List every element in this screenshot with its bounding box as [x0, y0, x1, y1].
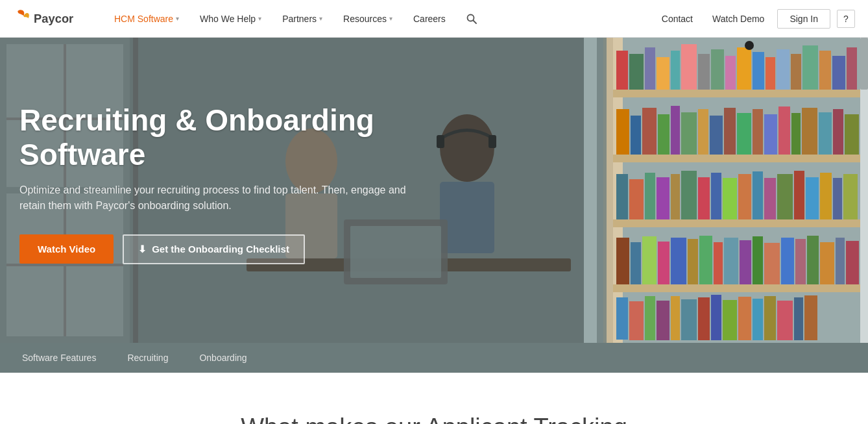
signin-button[interactable]: Sign In — [777, 9, 830, 29]
svg-rect-92 — [764, 243, 780, 284]
svg-rect-70 — [711, 173, 721, 219]
svg-rect-64 — [629, 179, 644, 219]
svg-rect-36 — [737, 47, 751, 90]
get-checklist-button[interactable]: ⬇ Get the Onboarding Checklist — [123, 234, 305, 264]
svg-text:Paycor: Paycor — [34, 12, 73, 25]
svg-rect-65 — [645, 173, 655, 219]
svg-rect-100 — [629, 301, 644, 340]
svg-rect-39 — [777, 49, 790, 90]
svg-rect-30 — [657, 57, 669, 90]
svg-rect-102 — [657, 301, 669, 340]
svg-rect-61 — [833, 109, 843, 155]
sub-nav-software-features[interactable]: Software Features — [19, 343, 99, 373]
download-icon: ⬇ — [138, 243, 147, 255]
svg-rect-29 — [645, 47, 655, 90]
svg-rect-82 — [631, 242, 641, 284]
svg-rect-60 — [819, 112, 832, 155]
watch-demo-link[interactable]: Watch Demo — [706, 14, 771, 24]
svg-rect-83 — [642, 236, 657, 284]
navbar: Paycor HCM Software ▾ Who We Help ▾ Part… — [0, 0, 868, 38]
svg-rect-73 — [753, 171, 763, 219]
svg-rect-88 — [714, 242, 723, 284]
svg-rect-26 — [613, 284, 868, 292]
hero-title: Recruiting & Onboarding Software — [19, 103, 435, 172]
svg-rect-45 — [616, 109, 629, 155]
svg-rect-84 — [658, 242, 669, 284]
scrollbar-thumb[interactable] — [860, 38, 868, 90]
svg-rect-38 — [766, 57, 775, 90]
svg-rect-51 — [698, 109, 708, 155]
svg-rect-54 — [737, 113, 751, 155]
svg-rect-27 — [616, 51, 628, 90]
sub-nav-recruiting[interactable]: Recruiting — [125, 343, 171, 373]
svg-rect-24 — [613, 155, 868, 162]
svg-rect-105 — [698, 297, 710, 340]
svg-rect-57 — [778, 106, 790, 155]
watch-video-button[interactable]: Watch Video — [19, 234, 114, 264]
chevron-down-icon: ▾ — [389, 15, 392, 22]
svg-rect-56 — [764, 114, 777, 155]
svg-rect-109 — [753, 299, 763, 340]
navbar-right: Contact Watch Demo Sign In ? — [655, 9, 855, 29]
svg-rect-53 — [724, 108, 736, 155]
svg-rect-41 — [802, 45, 818, 90]
svg-rect-32 — [681, 44, 697, 90]
svg-rect-67 — [671, 174, 680, 219]
svg-rect-99 — [616, 297, 628, 340]
svg-rect-76 — [794, 171, 804, 219]
svg-rect-91 — [753, 236, 763, 284]
svg-rect-44 — [847, 47, 857, 90]
svg-rect-62 — [845, 114, 859, 155]
svg-rect-101 — [645, 296, 655, 340]
svg-rect-69 — [698, 177, 710, 219]
svg-rect-34 — [711, 49, 724, 90]
nav-links: HCM Software ▾ Who We Help ▾ Partners ▾ … — [104, 0, 655, 38]
svg-rect-87 — [699, 236, 712, 284]
svg-rect-107 — [723, 300, 737, 340]
nav-item-hcm-software[interactable]: HCM Software ▾ — [104, 0, 189, 38]
svg-rect-104 — [681, 299, 697, 340]
svg-rect-95 — [807, 236, 819, 284]
svg-rect-66 — [657, 177, 669, 219]
help-button[interactable]: ? — [837, 10, 855, 28]
svg-rect-59 — [802, 108, 817, 155]
svg-rect-40 — [791, 54, 801, 90]
svg-rect-89 — [724, 238, 738, 284]
svg-rect-49 — [671, 106, 680, 155]
svg-rect-28 — [629, 54, 644, 90]
nav-item-resources[interactable]: Resources ▾ — [333, 0, 403, 38]
sub-nav-onboarding[interactable]: Onboarding — [197, 343, 249, 373]
nav-item-careers[interactable]: Careers — [403, 0, 456, 38]
chevron-down-icon: ▾ — [319, 15, 322, 22]
nav-item-partners[interactable]: Partners ▾ — [272, 0, 333, 38]
svg-rect-80 — [843, 174, 858, 219]
svg-rect-108 — [738, 297, 751, 340]
contact-link[interactable]: Contact — [655, 14, 699, 24]
svg-rect-46 — [631, 116, 641, 155]
search-icon[interactable] — [456, 0, 487, 38]
svg-rect-74 — [764, 178, 776, 219]
svg-rect-94 — [795, 239, 806, 284]
chevron-down-icon: ▾ — [176, 15, 179, 22]
svg-rect-81 — [616, 238, 629, 284]
svg-rect-37 — [753, 52, 764, 90]
svg-rect-96 — [820, 242, 834, 284]
svg-rect-58 — [791, 113, 801, 155]
svg-rect-72 — [738, 174, 751, 219]
lower-section: What makes our Applicant Tracking System… — [0, 373, 868, 424]
svg-rect-112 — [794, 297, 803, 340]
scrollbar-track[interactable] — [860, 38, 868, 343]
hero-content: Recruiting & Onboarding Software Optimiz… — [19, 103, 435, 264]
sub-nav: Software Features Recruiting Onboarding — [0, 343, 868, 373]
svg-rect-77 — [806, 177, 819, 219]
svg-rect-33 — [698, 54, 710, 90]
nav-item-who-we-help[interactable]: Who We Help ▾ — [189, 0, 272, 38]
svg-rect-43 — [832, 56, 845, 90]
svg-rect-114 — [597, 38, 607, 343]
hero-section: Recruiting & Onboarding Software Optimiz… — [0, 38, 868, 343]
svg-rect-78 — [820, 173, 832, 219]
svg-rect-63 — [616, 174, 628, 219]
logo[interactable]: Paycor — [13, 7, 84, 31]
svg-rect-90 — [740, 240, 751, 284]
svg-rect-103 — [671, 296, 680, 340]
